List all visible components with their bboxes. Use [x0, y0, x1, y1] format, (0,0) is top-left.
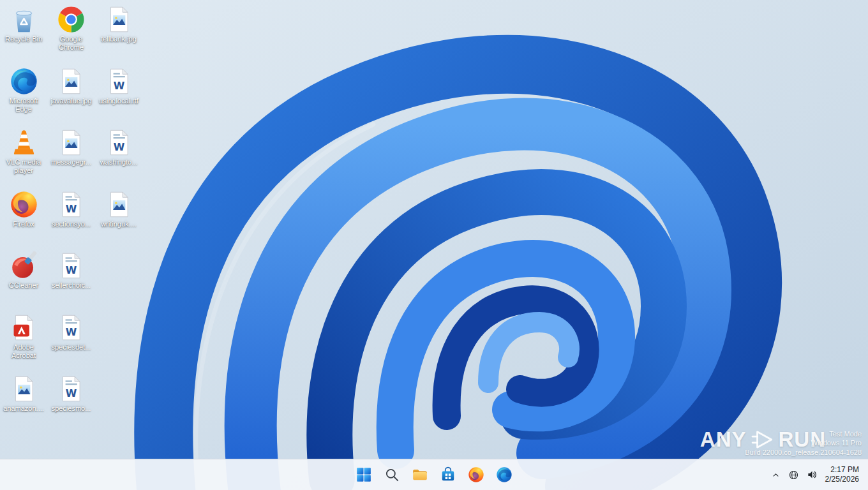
desktop-icon-label: javavalue.jpg	[50, 97, 91, 105]
image-file-icon	[57, 67, 86, 96]
svg-text:W: W	[66, 203, 77, 215]
desktop-icon-recycle-bin[interactable]: Recycle Bin	[0, 4, 47, 66]
globe-network-icon	[788, 470, 799, 480]
svg-text:W: W	[66, 264, 77, 276]
firefox-icon	[468, 466, 484, 483]
edge-icon	[496, 466, 513, 483]
chrome-icon	[57, 5, 86, 34]
desktop-icon-label: washingto...	[100, 158, 138, 167]
desktop-icon-label: Recycle Bin	[5, 35, 42, 43]
word-file-icon: W	[57, 190, 86, 219]
svg-text:W: W	[113, 80, 124, 92]
desktop-icon-label: CCleaner	[9, 281, 38, 290]
word-file-icon: W	[57, 313, 86, 342]
volume-tray-button[interactable]	[804, 462, 820, 487]
svg-text:W: W	[66, 387, 77, 399]
desktop-icon-firefox[interactable]: Firefox	[0, 189, 47, 251]
windows-start-icon	[355, 466, 372, 483]
word-file-icon: W	[57, 375, 86, 403]
speaker-icon	[806, 469, 818, 480]
taskbar-button-edge[interactable]	[491, 462, 517, 487]
desktop-icon-label: sellerchoic...	[52, 281, 91, 290]
hidden-icons-chevron-button[interactable]	[768, 462, 784, 487]
file-explorer-icon	[412, 466, 428, 483]
desktop-icon-anamazon[interactable]: anamazon....	[0, 373, 47, 435]
desktop-icon-speciesdet[interactable]: Wspeciesdet...	[48, 312, 95, 374]
acrobat-icon	[10, 313, 38, 342]
search-icon	[384, 466, 400, 483]
desktop-icon-label: usinglocal.rtf	[99, 97, 138, 105]
taskbar-button-windows-start[interactable]	[351, 462, 377, 487]
vlc-icon	[10, 128, 38, 157]
firefox-icon	[10, 190, 38, 219]
image-file-icon	[57, 128, 86, 157]
taskbar: 2:17 PM 2/25/2026	[0, 459, 868, 490]
desktop-icon-label: Google Chrome	[49, 35, 94, 52]
recycle-bin-icon	[10, 5, 38, 34]
taskbar-button-firefox[interactable]	[463, 462, 489, 487]
desktop-icon-label: speciesdet...	[52, 343, 91, 352]
desktop-icon-label: writinguk....	[101, 220, 137, 228]
desktop-icon-tellbank-jpg[interactable]: tellbank.jpg	[95, 4, 142, 66]
taskbar-center-buttons	[351, 459, 517, 490]
desktop-icon-sectionsyo[interactable]: Wsectionsyo...	[48, 189, 95, 251]
microsoft-store-icon	[440, 466, 456, 483]
word-file-icon: W	[105, 67, 133, 96]
edge-icon	[10, 67, 38, 96]
network-tray-button[interactable]	[786, 462, 802, 487]
desktop-icon-microsoft-edge[interactable]: Microsoft Edge	[0, 66, 47, 128]
image-file-icon	[105, 190, 133, 219]
desktop-icon-label: tellbank.jpg	[101, 35, 137, 43]
desktop-icon-speciesmo[interactable]: Wspeciesmo...	[48, 373, 95, 435]
desktop-icon-google-chrome[interactable]: Google Chrome	[48, 4, 95, 66]
desktop-icon-label: VLC media player	[1, 158, 46, 175]
desktop-icon-ccleaner[interactable]: CCleaner	[0, 250, 47, 312]
desktop-icon-washingto[interactable]: Wwashingto...	[95, 127, 142, 189]
ccleaner-icon	[10, 251, 38, 280]
taskbar-clock[interactable]: 2:17 PM 2/25/2026	[821, 463, 864, 487]
svg-text:W: W	[113, 141, 124, 153]
word-file-icon: W	[105, 128, 133, 157]
desktop-icon-usinglocal-rtf[interactable]: Wusinglocal.rtf	[95, 66, 142, 128]
image-file-icon	[105, 5, 133, 34]
desktop-icon-sellerchoic[interactable]: Wsellerchoic...	[48, 250, 95, 312]
desktop-icon-label: Adobe Acrobat	[1, 343, 46, 360]
desktop-icon-javavalue-jpg[interactable]: javavalue.jpg	[48, 66, 95, 128]
clock-time: 2:17 PM	[825, 465, 859, 475]
system-tray: 2:17 PM 2/25/2026	[768, 459, 864, 490]
svg-text:W: W	[66, 326, 77, 338]
desktop-icon-label: anamazon....	[3, 405, 44, 413]
desktop-icon-adobe-acrobat[interactable]: Adobe Acrobat	[0, 312, 47, 374]
taskbar-button-file-explorer[interactable]	[407, 462, 433, 487]
desktop-icon-messagegr[interactable]: messagegr...	[48, 127, 95, 189]
image-file-icon	[10, 375, 38, 403]
desktop-icon-label: Firefox	[13, 220, 34, 228]
taskbar-button-microsoft-store[interactable]	[435, 462, 461, 487]
chevron-up-icon	[771, 470, 781, 480]
clock-date: 2/25/2026	[825, 475, 859, 484]
desktop-icon-vlc-media-player[interactable]: VLC media player	[0, 127, 47, 189]
desktop-icon-label: messagegr...	[51, 158, 91, 167]
desktop[interactable]: Recycle BinMicrosoft EdgeVLC media playe…	[0, 0, 868, 490]
desktop-icon-label: Microsoft Edge	[1, 97, 46, 114]
desktop-icon-label: speciesmo...	[52, 405, 91, 413]
desktop-icon-writinguk[interactable]: writinguk....	[95, 189, 142, 251]
desktop-icon-label: sectionsyo...	[52, 220, 91, 228]
word-file-icon: W	[57, 251, 86, 280]
taskbar-button-search[interactable]	[379, 462, 405, 487]
